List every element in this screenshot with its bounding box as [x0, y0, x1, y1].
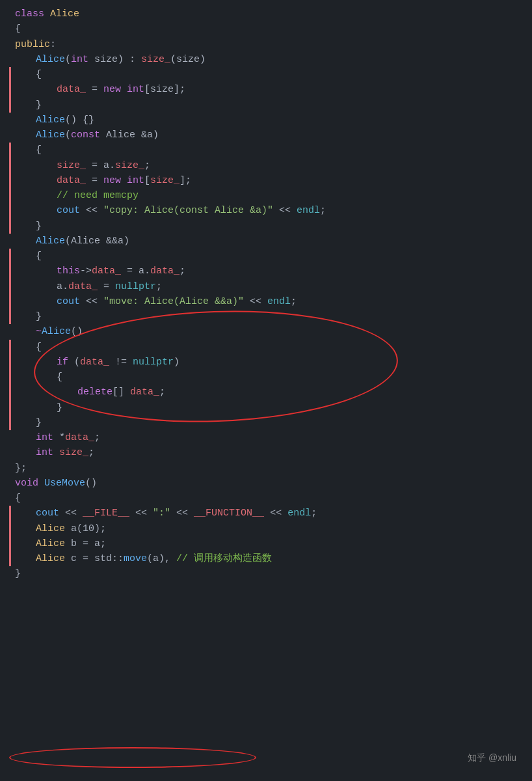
- code-line: data_ = new int[size_];: [7, 173, 532, 188]
- code-line: Alice(Alice &&a): [7, 234, 532, 249]
- code-line: };: [7, 461, 532, 476]
- code-line: delete[] data_;: [7, 385, 532, 400]
- code-line: int *data_;: [7, 430, 532, 445]
- code-line: a.data_ = nullptr;: [7, 279, 532, 294]
- code-line: }: [7, 309, 532, 324]
- code-line: int size_;: [7, 445, 532, 460]
- code-container: class Alice{public:Alice(int size) : siz…: [0, 0, 532, 588]
- code-line: {: [7, 143, 532, 158]
- code-line: public:: [7, 37, 532, 52]
- code-line: size_ = a.size_;: [7, 158, 532, 173]
- code-line: // need memcpy: [7, 188, 532, 203]
- code-line: Alice(const Alice &a): [7, 128, 532, 143]
- code-line: {: [7, 67, 532, 82]
- code-line: {: [7, 249, 532, 264]
- std-move-oval: [9, 747, 256, 768]
- code-line: {: [7, 370, 532, 385]
- code-line: }: [7, 415, 532, 430]
- code-line: }: [7, 219, 532, 234]
- code-line: Alice() {}: [7, 113, 532, 128]
- code-line: void UseMove(): [7, 476, 532, 491]
- code-line: }: [7, 566, 532, 581]
- code-line: {: [7, 491, 532, 506]
- watermark: 知乎 @xnliu: [468, 751, 516, 765]
- code-line: Alice b = a;: [7, 536, 532, 551]
- code-line: ~Alice(): [7, 324, 532, 339]
- code-line: Alice(int size) : size_(size): [7, 52, 532, 67]
- code-line: {: [7, 340, 532, 355]
- code-line: data_ = new int[size];: [7, 82, 532, 97]
- code-line: cout << __FILE__ << ":" << __FUNCTION__ …: [7, 506, 532, 521]
- code-line: cout << "move: Alice(Alice &&a)" << endl…: [7, 294, 532, 309]
- code-line: cout << "copy: Alice(const Alice &a)" <<…: [7, 203, 532, 218]
- code-line: this->data_ = a.data_;: [7, 264, 532, 279]
- code-line: Alice c = std::move(a), // 调用移动构造函数: [7, 551, 532, 566]
- code-line: }: [7, 400, 532, 415]
- code-line: }: [7, 98, 532, 113]
- code-line: if (data_ != nullptr): [7, 355, 532, 370]
- code-line: Alice a(10);: [7, 521, 532, 536]
- code-line: {: [7, 21, 532, 36]
- code-line: class Alice: [7, 7, 532, 21]
